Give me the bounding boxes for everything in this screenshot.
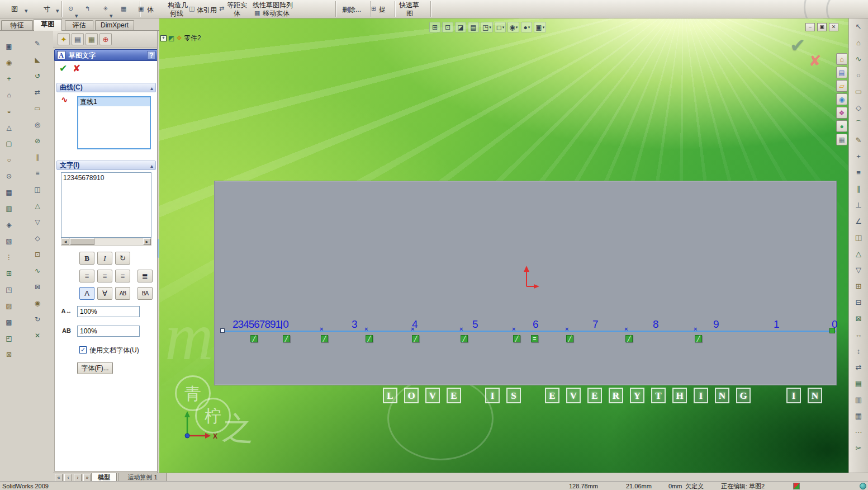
tool-icon[interactable]: ⇄ [32, 88, 43, 97]
width-factor-input[interactable] [77, 306, 140, 317]
format-button[interactable]: ↻ [115, 252, 130, 265]
tool-icon[interactable]: ↔ [852, 330, 865, 340]
ribbon-tool-icon[interactable]: ↰ [85, 5, 90, 12]
view-tool-icon[interactable]: ● [521, 22, 532, 32]
view-tool-icon[interactable]: ◉ [507, 22, 519, 32]
tool-icon[interactable]: ◫ [32, 185, 43, 194]
view-tool-icon[interactable]: ◻ [495, 22, 506, 32]
sketch-relation-icon[interactable]: ╱ [461, 335, 468, 342]
tool-icon[interactable]: ⊠ [32, 282, 43, 291]
tool-icon[interactable]: ▩ [3, 318, 15, 327]
graphics-area[interactable]: m 青 柠 之 LOVEISEVERYTHINGIN 2345678910 34… [159, 18, 848, 473]
use-document-font-checkbox[interactable]: ✓ [79, 346, 87, 354]
tool-icon[interactable]: ⊠ [3, 350, 15, 359]
command-tab[interactable]: 草图 [34, 19, 62, 31]
tool-icon[interactable]: ∿ [32, 266, 43, 275]
tool-icon[interactable]: ∿ [852, 54, 865, 64]
sketch-relation-icon[interactable]: ╱ [625, 335, 633, 342]
ribbon-tool-icon[interactable]: ▾ [56, 7, 59, 15]
tree-expand-icon[interactable]: + [160, 35, 167, 41]
ribbon-tool-icon[interactable]: ▣ [138, 5, 144, 12]
manager-tab-icon[interactable]: ⊕ [99, 33, 112, 45]
tool-icon[interactable]: ▽ [32, 218, 43, 227]
ribbon-button-label[interactable]: 体引用 [197, 6, 217, 14]
sketch-line[interactable] [222, 331, 836, 332]
orientation-button[interactable]: AB [115, 287, 130, 300]
window-control-button[interactable]: ▣ [817, 23, 827, 31]
command-tab[interactable]: 评估 [65, 20, 93, 30]
manager-tab-icon[interactable]: ✦ [58, 33, 70, 45]
tool-icon[interactable]: ○ [3, 156, 15, 164]
format-button[interactable]: B [79, 252, 94, 265]
text-section-header[interactable]: 文字(I) ▴ [56, 161, 156, 170]
confirm-sketch-icon[interactable]: ✔ [790, 34, 806, 56]
tool-icon[interactable]: ◳ [3, 285, 15, 294]
tool-icon[interactable]: ◉ [3, 58, 15, 67]
sketch-relation-icon[interactable]: ╱ [283, 335, 290, 342]
sketch-relation-icon[interactable]: ╱ [695, 335, 702, 342]
part-name[interactable]: 零件2 [184, 34, 201, 43]
align-button[interactable]: ≡ [97, 270, 112, 282]
cancel-sketch-icon[interactable]: ✘ [809, 52, 822, 70]
tool-icon[interactable]: ▨ [3, 301, 15, 310]
view-tool-icon[interactable]: ◳ [481, 22, 493, 32]
ribbon-button-label[interactable]: 构造几 [168, 1, 188, 9]
view-tool-icon[interactable]: ◪ [455, 22, 466, 32]
tool-icon[interactable]: ⋮ [3, 253, 15, 262]
ribbon-button-label[interactable]: 等距实 [227, 1, 247, 9]
document-tab[interactable]: 模型 [91, 473, 117, 482]
view-tool-icon[interactable]: ⊞ [429, 22, 440, 32]
tool-icon[interactable]: ✎ [852, 135, 865, 145]
sketch-relation-icon[interactable]: ╱ [513, 335, 520, 342]
tool-icon[interactable]: ⊞ [3, 269, 15, 278]
task-pane-tab-icon[interactable]: ▤ [836, 67, 847, 78]
font-button[interactable]: 字体(F)... [77, 362, 113, 374]
sketch-relation-icon[interactable]: ╱ [412, 335, 419, 342]
ribbon-button-label[interactable]: 体 [234, 10, 240, 17]
tool-icon[interactable]: ↺ [32, 72, 43, 81]
ok-button[interactable]: ✔ [57, 63, 69, 74]
status-globe-icon[interactable] [860, 483, 866, 489]
tool-icon[interactable]: ◎ [32, 120, 43, 129]
tool-icon[interactable]: ▢ [3, 139, 15, 148]
ribbon-tool-icon[interactable]: ✳ [103, 5, 108, 12]
manager-tab-icon[interactable]: ▦ [86, 33, 98, 45]
ribbon-button-label[interactable]: 快速草 [399, 1, 419, 9]
tool-icon[interactable]: ▭ [32, 104, 43, 113]
selected-curve-item[interactable]: 直线1 [78, 97, 150, 106]
tool-icon[interactable]: ↻ [32, 315, 43, 324]
tool-icon[interactable]: ✂ [852, 444, 865, 453]
scroll-right-icon[interactable]: ► [143, 238, 151, 245]
tool-icon[interactable]: ↖ [852, 22, 865, 31]
tool-icon[interactable]: ▧ [3, 237, 15, 246]
tool-icon[interactable]: ○ [852, 70, 865, 80]
sketch-plane[interactable]: 2345678910 345678910 ×××××××× ╱╱╱╱╱╱╱=╱╱… [214, 181, 837, 385]
ribbon-tool-icon[interactable]: ⊞ [371, 5, 376, 12]
tab-nav-button[interactable]: » [83, 474, 91, 482]
ribbon-button-label[interactable]: 体 [147, 6, 154, 13]
task-pane-tab-icon[interactable]: ⌂ [836, 53, 847, 65]
origin-marker[interactable] [516, 264, 541, 289]
sketch-relation-icon[interactable]: ╱ [250, 335, 258, 342]
tool-icon[interactable]: ⊙ [3, 172, 15, 181]
tool-icon[interactable]: ⋯ [852, 427, 865, 437]
curve-selection-listbox[interactable]: 直线1 [77, 96, 151, 149]
ribbon-button-label[interactable]: 删除... [342, 6, 361, 13]
tool-icon[interactable]: △ [3, 123, 15, 132]
cancel-button[interactable]: ✘ [70, 63, 83, 74]
line-start-handle[interactable] [220, 328, 225, 333]
tool-icon[interactable]: ⇄ [852, 362, 865, 372]
orientation-button[interactable]: ∀ [97, 287, 112, 300]
tool-icon[interactable]: ◒ [3, 107, 15, 116]
window-control-button[interactable]: – [805, 23, 815, 31]
align-button[interactable]: ≣ [137, 270, 153, 282]
tool-icon[interactable]: ◉ [32, 299, 43, 308]
task-pane-tab-icon[interactable]: ▱ [836, 80, 847, 92]
ribbon-button-label[interactable]: 线性草图阵列 [253, 1, 293, 9]
scroll-left-icon[interactable]: ◄ [61, 238, 69, 245]
sketch-relation-icon[interactable]: = [531, 335, 538, 342]
align-button[interactable]: ≡ [79, 270, 94, 282]
sketch-text-input[interactable]: 12345678910 [61, 172, 151, 238]
tool-icon[interactable]: ⊥ [852, 200, 865, 210]
view-tool-icon[interactable]: ⊡ [442, 22, 453, 32]
